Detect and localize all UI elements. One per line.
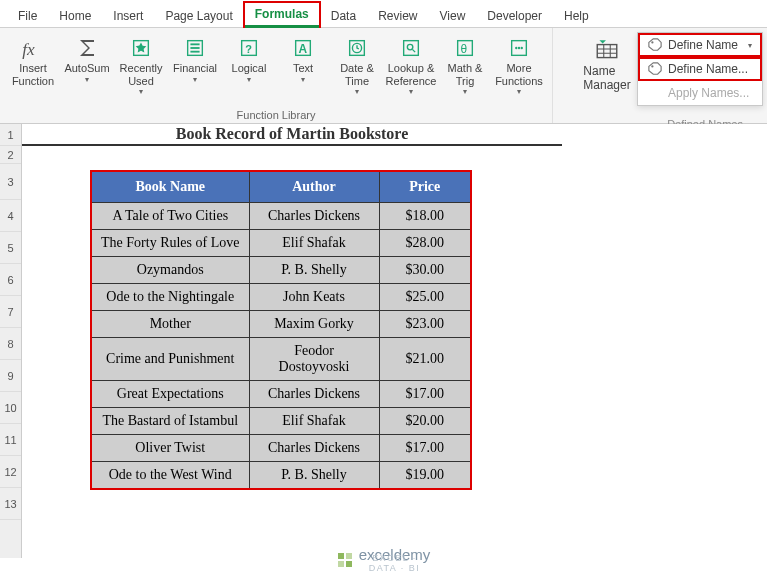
svg-rect-23: [338, 553, 344, 559]
chevron-down-icon: ▾: [355, 87, 359, 96]
table-row: Great ExpectationsCharles Dickens$17.00: [91, 381, 471, 408]
row-header[interactable]: 13: [0, 488, 21, 520]
row-header[interactable]: 11: [0, 424, 21, 456]
row-header[interactable]: 12: [0, 456, 21, 488]
table-row: OzymandosP. B. Shelly$30.00: [91, 257, 471, 284]
cell-price[interactable]: $23.00: [379, 311, 471, 338]
chevron-down-icon: ▾: [301, 75, 305, 84]
table-row: Oliver TwistCharles Dickens$17.00: [91, 435, 471, 462]
tab-view[interactable]: View: [430, 5, 476, 27]
svg-point-13: [407, 44, 413, 50]
define-name-split-button[interactable]: Define Name ▾: [638, 33, 762, 57]
define-name-label: Define Name: [668, 38, 738, 52]
cell-author[interactable]: Feodor Dostoyvoski: [249, 338, 379, 381]
svg-rect-4: [190, 47, 199, 49]
header-author[interactable]: Author: [249, 171, 379, 203]
datetime-label: Date &Time: [340, 62, 374, 87]
ribbon: fx InsertFunction AutoSum ▾ RecentlyUsed…: [0, 28, 767, 124]
math-label: Math &Trig: [448, 62, 483, 87]
tab-developer[interactable]: Developer: [477, 5, 552, 27]
text-button[interactable]: A Text ▾: [276, 32, 330, 98]
cell-price[interactable]: $19.00: [379, 462, 471, 490]
cell-author[interactable]: Charles Dickens: [249, 203, 379, 230]
name-manager-button[interactable]: NameManager: [579, 32, 635, 92]
cell-author[interactable]: P. B. Shelly: [249, 257, 379, 284]
row-header[interactable]: 6: [0, 264, 21, 296]
row-header[interactable]: 5: [0, 232, 21, 264]
chevron-down-icon: ▾: [463, 87, 467, 96]
cell-price[interactable]: $21.00: [379, 338, 471, 381]
cell-book[interactable]: Great Expectations: [91, 381, 249, 408]
row-header[interactable]: 1: [0, 124, 21, 146]
cell-author[interactable]: Charles Dickens: [249, 435, 379, 462]
svg-text:fx: fx: [22, 40, 35, 59]
row-header[interactable]: 8: [0, 328, 21, 360]
cell-book[interactable]: Ode to the West Wind: [91, 462, 249, 490]
financial-button[interactable]: Financial ▾: [168, 32, 222, 98]
book-record-table: Book Name Author Price A Tale of Two Cit…: [90, 170, 472, 490]
cell-book[interactable]: Ode to the Nightingale: [91, 284, 249, 311]
logical-button[interactable]: ? Logical ▾: [222, 32, 276, 98]
row-header[interactable]: 2: [0, 146, 21, 164]
tab-help[interactable]: Help: [554, 5, 599, 27]
row-header[interactable]: 10: [0, 392, 21, 424]
row-header[interactable]: 9: [0, 360, 21, 392]
cell-book[interactable]: The Bastard of Istambul: [91, 408, 249, 435]
table-row: Ode to the West WindP. B. Shelly$19.00: [91, 462, 471, 490]
cell-author[interactable]: Elif Shafak: [249, 230, 379, 257]
cell-book[interactable]: A Tale of Two Cities: [91, 203, 249, 230]
more-icon: [505, 34, 533, 62]
cell-book[interactable]: The Forty Rules of Love: [91, 230, 249, 257]
cell-price[interactable]: $25.00: [379, 284, 471, 311]
cell-price[interactable]: $17.00: [379, 435, 471, 462]
cell-book[interactable]: Crime and Punishment: [91, 338, 249, 381]
cell-book[interactable]: Oliver Twist: [91, 435, 249, 462]
tab-file[interactable]: File: [8, 5, 47, 27]
recently-used-button[interactable]: RecentlyUsed ▾: [114, 32, 168, 98]
tab-formulas[interactable]: Formulas: [245, 3, 319, 28]
tab-home[interactable]: Home: [49, 5, 101, 27]
svg-rect-5: [190, 51, 199, 53]
cell-author[interactable]: Maxim Gorky: [249, 311, 379, 338]
cell-price[interactable]: $28.00: [379, 230, 471, 257]
tab-page-layout[interactable]: Page Layout: [155, 5, 242, 27]
header-price[interactable]: Price: [379, 171, 471, 203]
header-book-name[interactable]: Book Name: [91, 171, 249, 203]
chevron-down-icon: ▾: [748, 41, 752, 50]
cell-book[interactable]: Mother: [91, 311, 249, 338]
date-time-button[interactable]: Date &Time ▾: [330, 32, 384, 98]
financial-icon: [181, 34, 209, 62]
cell-book[interactable]: Ozymandos: [91, 257, 249, 284]
watermark: exceldemy EXCEL · DATA · BI: [0, 546, 767, 573]
grid-cells[interactable]: Book Record of Martin Bookstore Book Nam…: [22, 124, 767, 558]
worksheet-area: 12345678910111213 Book Record of Martin …: [0, 124, 767, 558]
cell-author[interactable]: Elif Shafak: [249, 408, 379, 435]
table-header-row: Book Name Author Price: [91, 171, 471, 203]
math-trig-button[interactable]: θ Math &Trig ▾: [438, 32, 492, 98]
define-name-menu-item[interactable]: Define Name...: [638, 57, 762, 81]
cell-price[interactable]: $17.00: [379, 381, 471, 408]
row-header[interactable]: 3: [0, 164, 21, 200]
cell-author[interactable]: Charles Dickens: [249, 381, 379, 408]
tab-data[interactable]: Data: [321, 5, 366, 27]
cell-author[interactable]: John Keats: [249, 284, 379, 311]
tab-insert[interactable]: Insert: [103, 5, 153, 27]
tab-review[interactable]: Review: [368, 5, 427, 27]
insert-function-button[interactable]: fx InsertFunction: [6, 32, 60, 98]
row-header[interactable]: 4: [0, 200, 21, 232]
row-header[interactable]: 7: [0, 296, 21, 328]
group-defined-names: NameManager Define Name ▾ Define Name...…: [579, 32, 763, 106]
chevron-down-icon: ▾: [409, 87, 413, 96]
more-label: MoreFunctions: [495, 62, 543, 87]
cell-price[interactable]: $20.00: [379, 408, 471, 435]
cell-price[interactable]: $18.00: [379, 203, 471, 230]
svg-rect-25: [338, 561, 344, 567]
autosum-button[interactable]: AutoSum ▾: [60, 32, 114, 98]
cell-price[interactable]: $30.00: [379, 257, 471, 284]
star-icon: [127, 34, 155, 62]
define-name-dropdown: Define Name ▾ Define Name... Apply Names…: [637, 32, 763, 106]
more-functions-button[interactable]: MoreFunctions ▾: [492, 32, 546, 98]
lookup-button[interactable]: Lookup &Reference ▾: [384, 32, 438, 98]
cell-author[interactable]: P. B. Shelly: [249, 462, 379, 490]
table-row: MotherMaxim Gorky$23.00: [91, 311, 471, 338]
